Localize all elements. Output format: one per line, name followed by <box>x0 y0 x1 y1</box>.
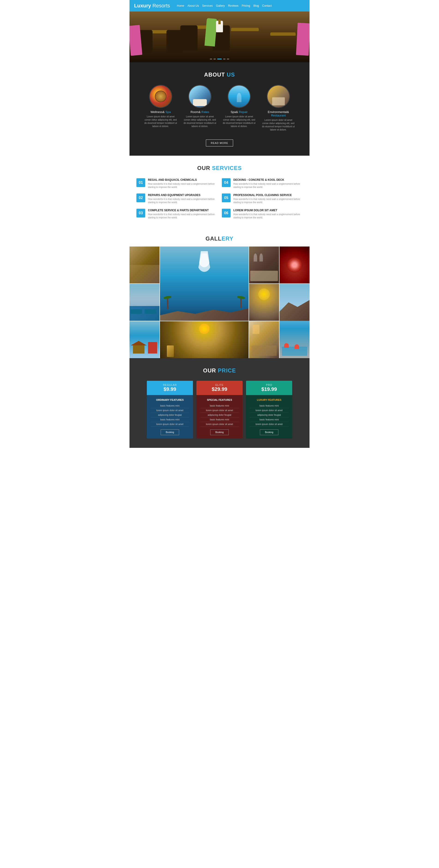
nav-reviews[interactable]: Reviews <box>228 4 238 7</box>
read-more-button[interactable]: READ MORE <box>206 140 233 147</box>
booking-button-elite[interactable]: Booking <box>210 429 229 435</box>
booking-button-regular[interactable]: Booking <box>160 429 179 435</box>
logo-normal: Resorts <box>151 3 170 8</box>
nav-about[interactable]: About Us <box>187 4 199 7</box>
feature-pro-5: lorem ipsum dolor sit amet <box>250 422 289 427</box>
gallery-item-10[interactable] <box>249 321 279 358</box>
about-title-plain: ABOUT <box>204 71 227 78</box>
wellness-image <box>149 85 172 108</box>
feature-pro-3: adipiscing dolor feugiat <box>250 413 289 417</box>
hero-section <box>129 11 310 62</box>
about-cards: Wellness& Spa Lorem ipsum dolor sit amet… <box>134 85 305 131</box>
gallery-grid <box>129 247 310 358</box>
gallery-item-9[interactable] <box>160 321 248 358</box>
gallery-section: GALLERY <box>129 228 310 358</box>
hero-scene <box>129 11 310 62</box>
gallery-item-2[interactable] <box>160 247 248 321</box>
dot-1[interactable] <box>210 59 212 60</box>
service-num-05: 05 <box>222 193 231 202</box>
spa-image <box>228 85 251 108</box>
feature-pro-4: basic features mini <box>250 417 289 422</box>
gallery-item-1[interactable] <box>129 247 159 283</box>
dot-2[interactable] <box>213 59 216 60</box>
service-title-03: COMPLETE SERVICE & PARTS DEPARTMENT <box>148 209 217 212</box>
gallery-item-4[interactable] <box>280 247 310 283</box>
nav-services[interactable]: Services <box>202 4 213 7</box>
gallery-item-5[interactable] <box>129 284 159 321</box>
feature-elite-3: adipiscing dolor feugiat <box>200 413 239 417</box>
gallery-title-plain: GALL <box>206 236 222 242</box>
pricing-section: OUR PRICE REGULAR $9.99 ORDINARY FEATURE… <box>129 358 310 448</box>
feature-elite-1: basic features mini <box>200 404 239 408</box>
service-item-01: 01 REGAL AND BAQUACIL CHEMICALS How wond… <box>137 178 217 189</box>
price-tier-regular: REGULAR <box>149 383 191 386</box>
dot-5[interactable] <box>227 59 229 60</box>
feature-pro-2: lorem ipsum dolor sit amet <box>250 408 289 413</box>
pricing-card-pro: PRO $19.99 LUXURY FEATURES basic feature… <box>246 381 292 439</box>
gallery-title: GALLERY <box>129 236 310 242</box>
wellness-desc: Lorem ipsum dolor sit amet conse ctetur … <box>143 115 178 128</box>
service-title-02: REPAIRS AND EQUIPMENT UPGRADES <box>148 193 217 197</box>
service-item-06: 06 LOREM IPSUM DOLOR SIT AMET How wonder… <box>222 209 302 219</box>
pricing-title: OUR PRICE <box>137 367 302 374</box>
nav-home[interactable]: Home <box>177 4 184 7</box>
service-desc-03: How wonderful it is that nobody need wai… <box>148 213 217 219</box>
spa-title: Spa& Repair <box>222 110 257 114</box>
service-desc-02: How wonderful it is that nobody need wai… <box>148 198 217 204</box>
service-title-04: DECKING - CONCRETE & KOOL DECK <box>233 178 302 182</box>
room-image <box>188 85 211 108</box>
feature-regular-1: basic features mini <box>150 404 189 408</box>
pricing-title-plain: OUR <box>203 367 218 374</box>
main-nav: Home About Us Services Gallery Reviews P… <box>177 4 272 7</box>
service-title-01: REGAL AND BAQUACIL CHEMICALS <box>148 178 217 182</box>
slider-dots[interactable] <box>210 59 229 60</box>
feature-regular-4: basic features mini <box>150 417 189 422</box>
spa-desc: Lorem ipsum dolor sit amet conse ctetur … <box>222 115 257 128</box>
price-body-pro: LUXURY FEATURES basic features mini lore… <box>246 395 292 439</box>
features-label-elite: SPECIAL FEATURES <box>200 399 239 401</box>
pricing-title-highlight: PRICE <box>218 367 236 374</box>
service-title-06: LOREM IPSUM DOLOR SIT AMET <box>233 209 302 212</box>
pricing-card-elite: ELITE $29.99 SPECIAL FEATURES basic feat… <box>197 381 242 439</box>
gallery-item-7[interactable] <box>280 284 310 358</box>
feature-elite-5: lorem ipsum dolor sit amet <box>200 422 239 427</box>
service-item-03: 03 COMPLETE SERVICE & PARTS DEPARTMENT H… <box>137 209 217 219</box>
nav-pricing[interactable]: Pricing <box>242 4 250 7</box>
about-title: ABOUT US <box>134 71 305 78</box>
logo: Luxury Resorts <box>134 3 170 9</box>
nav-contact[interactable]: Contact <box>262 4 272 7</box>
nav-gallery[interactable]: Gallery <box>216 4 225 7</box>
gallery-item-6[interactable] <box>249 284 279 321</box>
service-item-05: 05 PROFESSIONAL POOL CLEANING SERVICE Ho… <box>222 193 302 204</box>
gallery-item-8[interactable] <box>129 321 159 358</box>
gallery-title-highlight: ERY <box>222 236 233 242</box>
price-header-pro: PRO $19.99 <box>246 381 292 395</box>
nav-blog[interactable]: Blog <box>254 4 259 7</box>
service-num-03: 03 <box>137 209 145 217</box>
service-title-05: PROFESSIONAL POOL CLEANING SERVICE <box>233 193 302 197</box>
gallery-item-3[interactable] <box>249 247 279 283</box>
features-label-pro: LUXURY FEATURES <box>250 399 289 401</box>
service-num-06: 06 <box>222 209 231 217</box>
logo-bold: Luxury <box>134 3 151 8</box>
services-grid: 01 REGAL AND BAQUACIL CHEMICALS How wond… <box>137 178 302 219</box>
feature-regular-2: lorem ipsum dolor sit amet <box>150 408 189 413</box>
restaurant-title: Environmental& Restaurant <box>261 110 296 117</box>
feature-pro-1: basic features mini <box>250 404 289 408</box>
pricing-card-regular: REGULAR $9.99 ORDINARY FEATURES basic fe… <box>147 381 193 439</box>
feature-elite-4: basic features mini <box>200 417 239 422</box>
room-desc: Lorem ipsum dolor sit amet conse ctetur … <box>182 115 217 128</box>
service-item-04: 04 DECKING - CONCRETE & KOOL DECK How wo… <box>222 178 302 189</box>
room-title: Room& Rates <box>182 110 217 114</box>
price-header-elite: ELITE $29.99 <box>197 381 242 395</box>
dot-3[interactable] <box>217 59 222 60</box>
about-card-restaurant: Environmental& Restaurant Lorem ipsum do… <box>261 85 296 131</box>
booking-button-pro[interactable]: Booking <box>260 429 279 435</box>
service-content-05: PROFESSIONAL POOL CLEANING SERVICE How w… <box>233 193 302 204</box>
price-tier-pro: PRO <box>248 383 290 386</box>
pricing-cards: REGULAR $9.99 ORDINARY FEATURES basic fe… <box>137 381 302 439</box>
service-num-02: 02 <box>137 193 145 202</box>
price-tier-elite: ELITE <box>199 383 240 386</box>
price-amount-pro: $19.99 <box>248 386 290 392</box>
dot-4[interactable] <box>223 59 226 60</box>
